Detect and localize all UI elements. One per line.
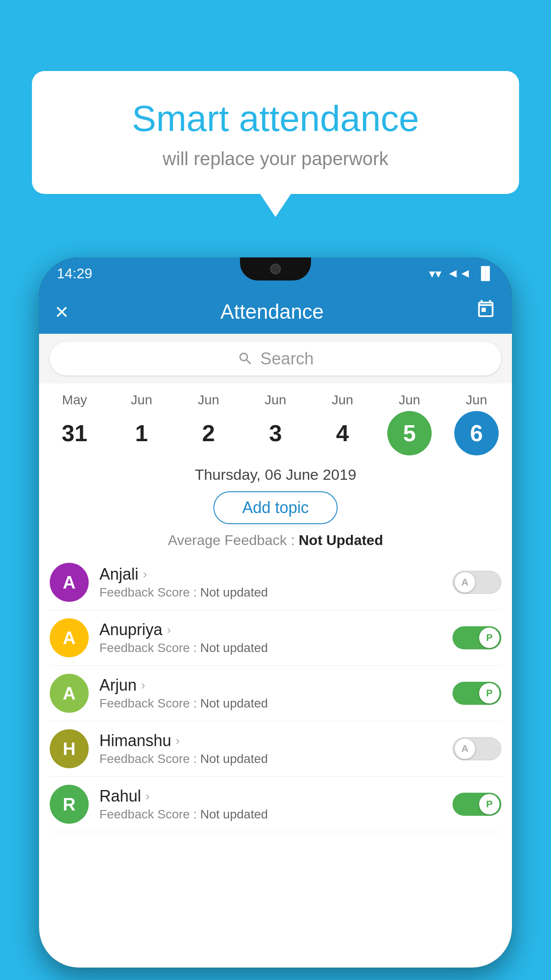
calendar-day[interactable]: Jun5	[378, 392, 441, 455]
cal-date-number: 2	[186, 411, 231, 455]
student-info: Rahul ›Feedback Score : Not updated	[99, 787, 442, 822]
chevron-icon: ›	[141, 678, 145, 692]
feedback-value: Not updated	[200, 696, 268, 710]
student-name-text: Arjun	[99, 676, 137, 695]
cal-month-label: Jun	[399, 392, 420, 407]
avg-feedback-value: Not Updated	[299, 532, 383, 548]
toggle-thumb: P	[479, 628, 500, 648]
student-list: AAnjali ›Feedback Score : Not updatedAAA…	[39, 555, 512, 832]
phone-content: Search May31Jun1Jun2Jun3Jun4Jun5Jun6 Thu…	[39, 334, 512, 968]
calendar-day[interactable]: May31	[43, 392, 106, 455]
cal-date-number: 31	[52, 411, 97, 455]
student-info: Himanshu ›Feedback Score : Not updated	[99, 731, 442, 766]
calendar-icon	[476, 299, 496, 320]
search-bar-container: Search	[39, 334, 512, 383]
toggle-track: A	[453, 737, 501, 760]
close-button[interactable]: ×	[55, 300, 68, 323]
calendar-day[interactable]: Jun2	[177, 392, 240, 455]
toggle-thumb: A	[455, 572, 475, 593]
toggle-thumb: A	[455, 739, 475, 759]
avg-feedback: Average Feedback : Not Updated	[39, 530, 512, 555]
toggle-thumb: P	[479, 794, 500, 814]
phone-notch	[240, 257, 311, 281]
feedback-score: Feedback Score : Not updated	[99, 585, 442, 600]
student-name: Rahul ›	[99, 787, 442, 806]
calendar-day[interactable]: Jun1	[110, 392, 173, 455]
student-info: Anjali ›Feedback Score : Not updated	[99, 565, 442, 600]
cal-date-number: 4	[320, 411, 365, 455]
feedback-value: Not updated	[200, 585, 268, 599]
chevron-icon: ›	[176, 734, 180, 748]
toggle-track: A	[453, 571, 501, 594]
attendance-toggle[interactable]: P	[453, 682, 501, 705]
feedback-value: Not updated	[200, 807, 268, 821]
feedback-score: Feedback Score : Not updated	[99, 752, 442, 766]
attendance-toggle[interactable]: P	[453, 626, 501, 649]
student-name-text: Anjali	[99, 565, 138, 584]
cal-month-label: Jun	[198, 392, 219, 407]
student-name: Anjali ›	[99, 565, 442, 584]
cal-month-label: Jun	[332, 392, 353, 407]
attendance-toggle[interactable]: A	[453, 737, 501, 760]
header-title: Attendance	[82, 300, 462, 324]
feedback-score: Feedback Score : Not updated	[99, 641, 442, 655]
toggle-thumb: P	[479, 683, 500, 703]
avatar: R	[50, 785, 89, 824]
feedback-label: Feedback Score :	[99, 641, 200, 655]
search-icon	[237, 351, 253, 367]
bubble-subtitle: will replace your paperwork	[54, 148, 497, 170]
search-field[interactable]: Search	[50, 342, 501, 375]
signal-icon: ◄◄	[447, 266, 471, 281]
feedback-value: Not updated	[200, 752, 268, 766]
student-item[interactable]: HHimanshu ›Feedback Score : Not updatedA	[50, 721, 501, 777]
cal-date-number: 3	[253, 411, 298, 455]
student-item[interactable]: AArjun ›Feedback Score : Not updatedP	[50, 666, 501, 721]
calendar-button[interactable]	[476, 299, 496, 324]
feedback-label: Feedback Score :	[99, 585, 200, 599]
bubble-title: Smart attendance	[54, 98, 497, 139]
student-name: Himanshu ›	[99, 731, 442, 750]
feedback-label: Feedback Score :	[99, 807, 200, 821]
student-name-text: Himanshu	[99, 731, 171, 750]
status-bar: 14:29 ▾▾ ◄◄ ▐▌	[39, 257, 512, 289]
student-item[interactable]: RRahul ›Feedback Score : Not updatedP	[50, 777, 501, 832]
cal-month-label: Jun	[131, 392, 152, 407]
cal-month-label: May	[62, 392, 87, 407]
toggle-track: P	[453, 626, 501, 649]
student-item[interactable]: AAnupriya ›Feedback Score : Not updatedP	[50, 610, 501, 666]
feedback-label: Feedback Score :	[99, 752, 200, 766]
student-name: Anupriya ›	[99, 620, 442, 639]
wifi-icon: ▾▾	[429, 266, 441, 281]
status-time: 14:29	[57, 265, 92, 282]
calendar-day[interactable]: Jun4	[311, 392, 374, 455]
student-item[interactable]: AAnjali ›Feedback Score : Not updatedA	[50, 555, 501, 610]
calendar-day[interactable]: Jun3	[244, 392, 307, 455]
cal-date-number: 5	[387, 411, 432, 455]
feedback-score: Feedback Score : Not updated	[99, 696, 442, 711]
front-camera	[270, 264, 281, 274]
cal-month-label: Jun	[265, 392, 286, 407]
phone-frame: 14:29 ▾▾ ◄◄ ▐▌ × Attendance Search	[39, 257, 512, 968]
toggle-track: P	[453, 793, 501, 816]
student-info: Anupriya ›Feedback Score : Not updated	[99, 620, 442, 655]
cal-date-number: 6	[454, 411, 499, 455]
calendar-day[interactable]: Jun6	[445, 392, 508, 455]
student-name-text: Rahul	[99, 787, 141, 806]
app-header: × Attendance	[39, 289, 512, 334]
search-placeholder: Search	[260, 349, 314, 368]
add-topic-button[interactable]: Add topic	[213, 491, 338, 524]
toggle-track: P	[453, 682, 501, 705]
chevron-icon: ›	[146, 789, 150, 803]
attendance-toggle[interactable]: P	[453, 793, 501, 816]
avatar: A	[50, 618, 89, 657]
feedback-value: Not updated	[200, 641, 268, 655]
avg-feedback-label: Average Feedback :	[168, 532, 299, 548]
avatar: H	[50, 729, 89, 768]
feedback-score: Feedback Score : Not updated	[99, 807, 442, 822]
avatar: A	[50, 563, 89, 602]
battery-icon: ▐▌	[476, 266, 494, 281]
attendance-toggle[interactable]: A	[453, 571, 501, 594]
cal-date-number: 1	[119, 411, 164, 455]
selected-date-label: Thursday, 06 June 2019	[39, 460, 512, 488]
student-name-text: Anupriya	[99, 620, 162, 639]
